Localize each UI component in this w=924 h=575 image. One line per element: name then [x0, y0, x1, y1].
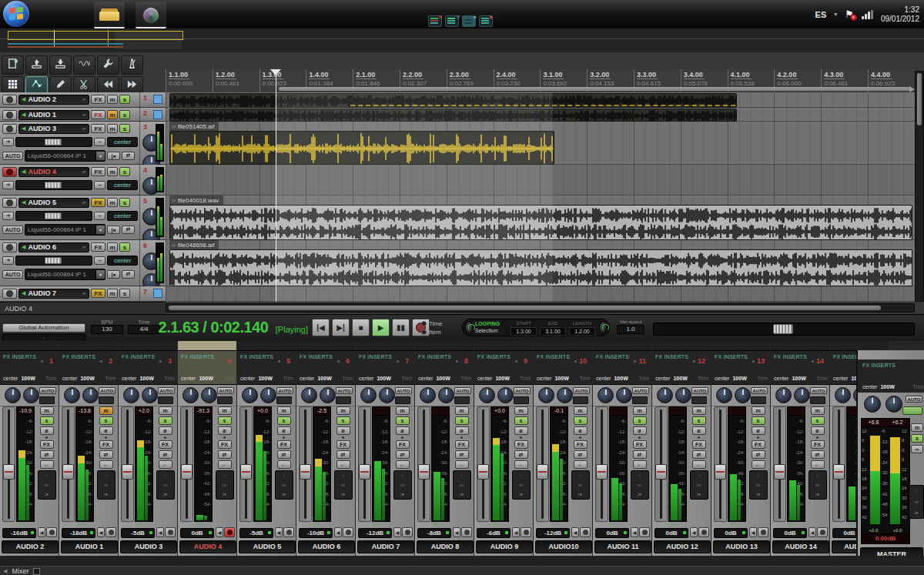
width-knob[interactable] — [260, 387, 276, 403]
channel-mode-button[interactable]: ⇄ — [455, 450, 469, 459]
volume-readout[interactable]: 0dB — [714, 528, 748, 538]
fx-button[interactable]: FX — [811, 440, 825, 449]
receives-button[interactable]: ← — [396, 460, 410, 469]
media-list-icon[interactable]: ? — [445, 15, 459, 27]
solo-button[interactable]: s — [396, 416, 410, 425]
width-display[interactable]: 100W — [258, 376, 272, 381]
pan-display[interactable]: center — [418, 376, 433, 381]
width-knob[interactable] — [82, 387, 99, 403]
strip-header[interactable]: FX INSERTS7center100WTrim — [356, 351, 414, 385]
open-project-button[interactable] — [25, 55, 48, 75]
fx-slot-band[interactable] — [593, 341, 651, 351]
mute-button[interactable]: m — [107, 198, 118, 207]
channel-mode-button[interactable]: ⇄ — [122, 226, 135, 234]
fader-handle[interactable] — [833, 464, 845, 480]
playback-position[interactable]: 2.1.63 / 0:02.140 — [159, 319, 269, 336]
solo-button[interactable]: s — [99, 416, 113, 425]
fader-handle[interactable] — [537, 464, 548, 480]
fx-button[interactable]: FX — [91, 95, 105, 104]
io-button[interactable] — [514, 396, 529, 404]
media-export-icon[interactable]: ➤ — [479, 15, 493, 27]
volume-readout[interactable]: -5dB — [121, 528, 155, 538]
mixer-strip-audio10[interactable]: FX INSERTS10center100WTrimAUTO-0.1-6--12… — [534, 341, 592, 556]
channel-mode-button[interactable]: ⇄ — [277, 450, 291, 459]
mute-button[interactable]: m — [574, 406, 588, 415]
pan-display[interactable]: center — [181, 376, 196, 381]
fader-handle[interactable] — [181, 464, 192, 480]
volume-fader[interactable] — [654, 406, 668, 522]
pan-knob[interactable] — [182, 387, 199, 403]
solo-button[interactable]: s — [514, 416, 528, 425]
routing-panel[interactable]: ⁞m|● — [453, 470, 471, 500]
metronome-button[interactable] — [121, 55, 143, 75]
volume-fader[interactable] — [62, 406, 75, 522]
vertical-scrollbar[interactable] — [915, 71, 924, 302]
strip-label[interactable]: AUDIO 4 — [179, 540, 236, 553]
solo-button[interactable]: s — [811, 416, 825, 425]
pan-display[interactable]: center — [122, 376, 136, 381]
io-button[interactable] — [99, 396, 114, 404]
width-knob[interactable] — [438, 387, 454, 403]
record-arm-button[interactable] — [639, 527, 650, 537]
width-display[interactable]: 100W — [732, 376, 746, 381]
automation-mode-button[interactable]: AUTO — [39, 387, 56, 394]
record-arm-button[interactable] — [580, 527, 591, 537]
pan-display[interactable]: center — [596, 376, 611, 381]
fx-button[interactable]: FX — [91, 289, 105, 298]
receives-button[interactable]: ← — [514, 460, 528, 469]
input-arrow-icon[interactable]: ◀ — [334, 527, 342, 537]
volume-fader[interactable] — [180, 406, 193, 522]
automation-mode-button[interactable]: AUTO — [276, 387, 293, 394]
width-display[interactable]: 100W — [792, 376, 805, 381]
routing-panel[interactable]: ⁞m|● — [334, 470, 353, 500]
fx-button[interactable]: FX — [99, 440, 113, 449]
io-button[interactable] — [395, 396, 410, 404]
volume-fader[interactable] — [773, 406, 786, 522]
fx-button[interactable]: FX — [91, 167, 105, 176]
routing-panel[interactable]: ⁞m|● — [571, 470, 590, 500]
fx-button[interactable]: FX — [218, 440, 232, 449]
project-navigator[interactable] — [0, 28, 924, 53]
volume-fader[interactable] — [15, 211, 92, 221]
phase-button[interactable]: ø — [277, 426, 291, 435]
master-volume-readout[interactable]: 0.00dB — [861, 533, 910, 544]
solo-button[interactable]: s — [119, 198, 130, 207]
mute-button[interactable]: m — [336, 406, 350, 415]
loop-toggle-icon[interactable] — [599, 321, 607, 334]
mute-button[interactable]: m — [159, 406, 172, 415]
volume-readout[interactable]: -18dB — [62, 528, 95, 538]
record-arm-button[interactable] — [2, 124, 17, 134]
channel-mode-button[interactable]: ⇄ — [218, 450, 232, 459]
mute-button[interactable]: m — [218, 406, 232, 415]
env-button[interactable]: − — [94, 138, 105, 146]
mixer-strip-audio-11[interactable]: FX INSERTS11center100WTrimAUTO-6--12--18… — [593, 341, 651, 556]
volume-fader[interactable] — [417, 406, 430, 522]
routing-panel[interactable]: ⁞m|● — [38, 470, 56, 500]
fx-inserts-label[interactable]: FX INSERTS — [477, 354, 511, 359]
start-button[interactable] — [3, 1, 29, 27]
strip-header[interactable]: FX INSERTS9center100WTrim — [474, 351, 533, 385]
mixer-strip-audio-8[interactable]: FX INSERTS8center100WTrimAUTO-6--12--18-… — [415, 341, 474, 556]
fx-button[interactable]: FX — [40, 440, 54, 449]
fx-inserts-label[interactable]: FX INSERTS — [300, 354, 333, 359]
record-arm-button[interactable] — [2, 167, 17, 177]
mute-button[interactable]: m — [107, 167, 118, 176]
io-button[interactable] — [336, 396, 351, 404]
fx-inserts-label[interactable]: FX INSERTS — [62, 354, 95, 359]
automation-mode-button[interactable]: AUTO — [573, 387, 590, 394]
channel-mode-button[interactable]: ⇄ — [574, 450, 588, 459]
io-button[interactable] — [573, 396, 588, 404]
strip-label[interactable]: AUDIO 3 — [120, 540, 177, 553]
strip-header[interactable]: FX INSERTS12center100WTrim — [652, 351, 711, 385]
phase-button[interactable]: ø — [159, 426, 172, 435]
strip-header[interactable]: FX INSERTS14center100WTrim — [771, 351, 829, 385]
master-pan-knob[interactable] — [864, 396, 881, 413]
width-display[interactable]: 100W — [317, 376, 331, 381]
mute-button[interactable]: m — [692, 406, 706, 415]
track-panel-audio-2[interactable]: ◀AUDIO 2▰FXms1 — [0, 92, 166, 108]
strip-label[interactable]: AUDIO 7 — [357, 540, 414, 553]
fx-button[interactable]: FX — [336, 440, 350, 449]
route-button[interactable]: ➔ — [2, 212, 14, 220]
automation-mode-button[interactable]: AUTO — [810, 387, 827, 394]
record-arm-button[interactable] — [2, 242, 17, 252]
